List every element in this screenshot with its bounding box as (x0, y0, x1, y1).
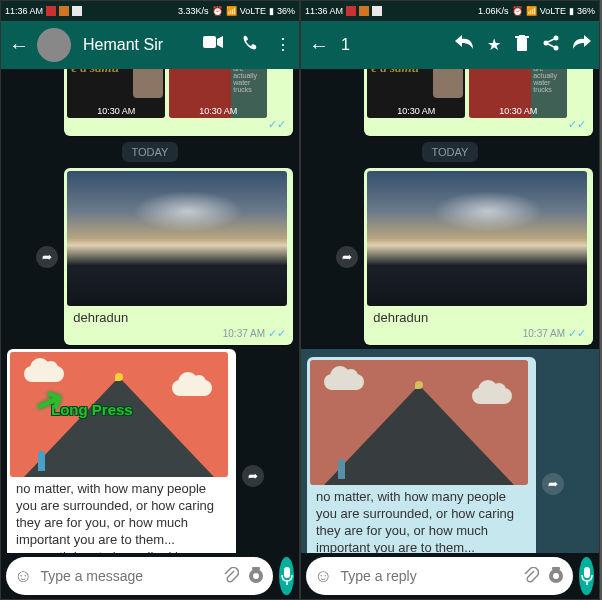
video-call-icon[interactable] (203, 35, 223, 55)
share-icon[interactable] (543, 35, 559, 55)
back-button[interactable]: ← (309, 34, 329, 57)
svg-point-2 (253, 573, 259, 579)
status-bar: 11:36 AM 1.06K/s ⏰ 📶 VoLTE ▮ 36% (301, 1, 599, 21)
input-bar: ☺ (1, 553, 299, 599)
status-icon (46, 6, 56, 16)
image-thumb[interactable]: e a·samu 10:30 AM (67, 69, 165, 118)
image-attachment[interactable] (310, 360, 528, 485)
image-attachment[interactable] (67, 171, 287, 306)
delete-icon[interactable] (515, 35, 529, 55)
selection-header: ← 1 ★ (301, 21, 599, 69)
phone-left: 11:36 AM 3.33K/s ⏰ 📶 VoLTE ▮ 36% ← Heman… (0, 0, 300, 600)
read-ticks-icon: ✓✓ (568, 118, 586, 131)
selected-row[interactable]: ➦ no matter, with how many people you ar… (301, 349, 599, 553)
emoji-icon[interactable]: ☺ (314, 566, 332, 587)
message-text: no matter, with how many people you are … (10, 477, 233, 553)
image-attachment[interactable] (367, 171, 587, 306)
forward-icon[interactable]: ➦ (542, 473, 564, 495)
image-thumb[interactable]: Firetrucks are actually water trucks 10:… (169, 69, 267, 118)
svg-rect-7 (519, 35, 525, 37)
svg-point-10 (554, 46, 559, 51)
date-pill: TODAY (422, 142, 479, 162)
back-button[interactable]: ← (9, 34, 29, 57)
star-icon[interactable]: ★ (487, 35, 501, 55)
status-icon (372, 6, 382, 16)
signal-icon: ▮ (569, 6, 574, 16)
volte: VoLTE (540, 6, 566, 16)
wifi-icon: 📶 (226, 6, 237, 16)
message-input[interactable] (40, 568, 215, 584)
emoji-icon[interactable]: ☺ (14, 566, 32, 587)
status-icon (72, 6, 82, 16)
svg-rect-13 (552, 567, 560, 570)
status-icon (59, 6, 69, 16)
network-speed: 1.06K/s (478, 6, 509, 16)
chat-header: ← Hemant Sir ⋮ (1, 21, 299, 69)
battery: 36% (577, 6, 595, 16)
svg-rect-5 (517, 38, 527, 51)
status-icon (359, 6, 369, 16)
selection-count: 1 (341, 36, 443, 54)
read-ticks-icon: ✓✓ (568, 327, 586, 340)
status-icon (346, 6, 356, 16)
date-pill: TODAY (122, 142, 179, 162)
phone-right: 11:36 AM 1.06K/s ⏰ 📶 VoLTE ▮ 36% ← 1 ★ (300, 0, 600, 600)
message-bubble[interactable]: e a·samu 10:30 AM Firetrucks are actuall… (364, 69, 593, 136)
message-input-box[interactable]: ☺ (306, 557, 573, 595)
menu-icon[interactable]: ⋮ (275, 35, 291, 55)
read-ticks-icon: ✓✓ (268, 118, 286, 131)
battery: 36% (277, 6, 295, 16)
wifi-icon: 📶 (526, 6, 537, 16)
message-input[interactable] (340, 568, 515, 584)
attach-icon[interactable] (223, 567, 239, 586)
message-bubble-selected[interactable]: ➦ no matter, with how many people you ar… (307, 357, 536, 553)
message-bubble[interactable]: ➦ dehradun 10:37 AM✓✓ (64, 168, 293, 345)
svg-rect-0 (203, 36, 216, 48)
input-bar: ☺ (301, 553, 599, 599)
forward-icon[interactable]: ➦ (242, 465, 264, 487)
message-text: no matter, with how many people you are … (310, 485, 533, 553)
attach-icon[interactable] (523, 567, 539, 586)
alarm-icon: ⏰ (212, 6, 223, 16)
svg-rect-14 (584, 567, 590, 578)
svg-rect-3 (252, 567, 260, 570)
status-time: 11:36 AM (5, 6, 43, 16)
avatar[interactable] (37, 28, 71, 62)
image-caption: dehradun (367, 306, 590, 327)
reply-icon[interactable] (455, 35, 473, 55)
image-attachment[interactable] (10, 352, 228, 477)
svg-point-8 (554, 36, 559, 41)
svg-point-12 (553, 573, 559, 579)
message-bubble[interactable]: ➦ no matter, with how many people you ar… (7, 349, 236, 553)
signal-icon: ▮ (269, 6, 274, 16)
forward-icon[interactable]: ➦ (36, 246, 58, 268)
mic-button[interactable] (579, 557, 594, 595)
chat-body[interactable]: e a·samu 10:30 AM Firetrucks are actuall… (301, 69, 599, 553)
volte: VoLTE (240, 6, 266, 16)
chat-body[interactable]: e a·samu 10:30 AM Firetrucks are actuall… (1, 69, 299, 553)
voice-call-icon[interactable] (241, 35, 257, 55)
svg-rect-4 (284, 567, 290, 578)
read-ticks-icon: ✓✓ (268, 327, 286, 340)
mic-button[interactable] (279, 557, 294, 595)
message-input-box[interactable]: ☺ (6, 557, 273, 595)
network-speed: 3.33K/s (178, 6, 209, 16)
message-bubble[interactable]: e a·samu 10:30 AM Firetrucks are actuall… (64, 69, 293, 136)
image-caption: dehradun (67, 306, 290, 327)
alarm-icon: ⏰ (512, 6, 523, 16)
message-bubble[interactable]: ➦ dehradun 10:37 AM✓✓ (364, 168, 593, 345)
camera-icon[interactable] (547, 567, 565, 586)
camera-icon[interactable] (247, 567, 265, 586)
svg-point-9 (544, 41, 549, 46)
status-time: 11:36 AM (305, 6, 343, 16)
forward-icon[interactable]: ➦ (336, 246, 358, 268)
status-bar: 11:36 AM 3.33K/s ⏰ 📶 VoLTE ▮ 36% (1, 1, 299, 21)
image-thumb[interactable]: Firetrucks are actually water trucks 10:… (469, 69, 567, 118)
contact-name[interactable]: Hemant Sir (83, 36, 191, 54)
image-thumb[interactable]: e a·samu 10:30 AM (367, 69, 465, 118)
forward-icon[interactable] (573, 35, 591, 55)
